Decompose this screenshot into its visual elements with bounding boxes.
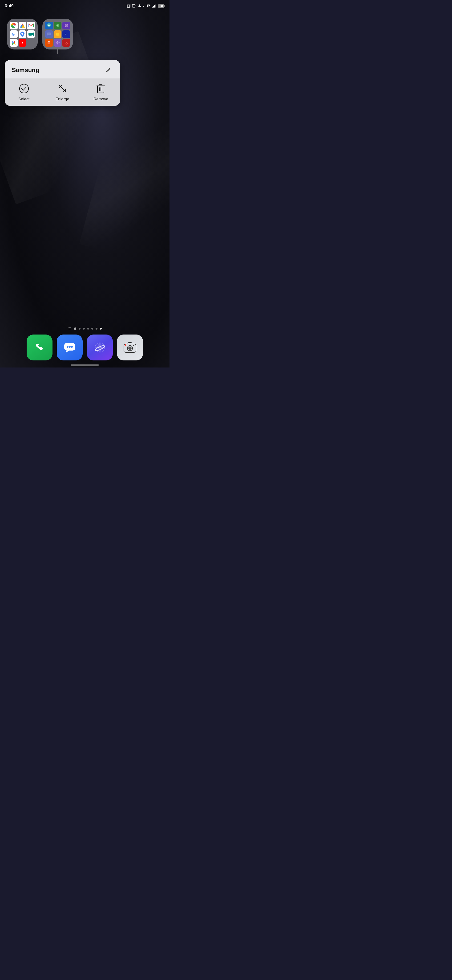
page-dot-1[interactable] [74,328,76,330]
folder-connector [57,49,58,54]
svg-text:G: G [12,32,14,36]
google-icon: G [10,30,17,38]
drive-icon [19,22,26,29]
folders-row: G [0,14,170,59]
svg-marker-16 [21,24,24,25]
screenshot-icon [127,4,131,8]
svg-point-64 [71,346,73,348]
enlarge-icon [57,83,68,94]
empty-slot [27,39,35,47]
maps-icon [19,30,26,38]
svg-rect-7 [154,5,155,8]
samsung-maps-icon [45,22,53,29]
notification-dot: ● [143,5,144,7]
chrome-icon [10,22,17,29]
svg-rect-8 [155,5,155,8]
svg-rect-6 [153,6,154,8]
grid-cell [70,328,71,328]
svg-point-37 [50,33,51,34]
svg-rect-38 [56,33,59,36]
samsung-messages-icon [45,30,53,38]
google-folder[interactable]: G [7,19,38,49]
svg-point-52 [19,84,29,93]
svg-point-63 [69,346,71,348]
dock-camera-button[interactable] [117,334,143,360]
edit-folder-button[interactable] [103,65,113,75]
grid-cell [68,329,68,329]
photos-icon [10,39,17,47]
home-indicator[interactable] [71,364,99,366]
grid-cell [70,329,71,329]
svg-rect-0 [127,4,130,8]
page-dot-4[interactable] [87,328,89,329]
gmail-icon [27,22,35,29]
dock [0,334,170,360]
grid-cell [69,328,70,328]
samsung-folder-wrapper: ✓ [42,19,73,54]
svg-rect-19 [33,24,34,27]
svg-rect-40 [48,42,51,44]
svg-text:✓: ✓ [57,24,59,27]
remove-action[interactable]: Remove [82,83,120,102]
grid-cell [68,328,68,328]
svg-point-73 [125,344,127,346]
remove-label: Remove [94,97,108,102]
dock-phone-button[interactable] [27,334,52,360]
grid-cell [69,329,70,329]
svg-point-22 [21,33,23,35]
svg-rect-1 [128,5,130,7]
svg-rect-2 [132,5,135,7]
compass-icon [62,22,70,29]
meet-icon [27,30,35,38]
svg-point-72 [133,345,134,346]
page-dot-2[interactable] [79,328,81,329]
svg-point-71 [128,347,132,350]
svg-point-62 [67,346,68,348]
svg-text:S: S [65,33,67,36]
battery-level: 38 [158,4,165,8]
home-screen: G [0,14,170,368]
page-dot-3[interactable] [83,328,85,329]
green-app-icon: ✓ [54,22,62,29]
dock-browser-button[interactable] [87,334,113,360]
select-action[interactable]: Select [5,83,43,102]
enlarge-label: Enlarge [56,97,70,102]
wifi-icon [146,4,151,8]
svg-point-27 [48,24,50,26]
svg-marker-3 [135,5,136,6]
svg-point-11 [13,25,14,26]
connect-icon [54,39,62,47]
page-dot-7[interactable] [100,328,102,329]
shop-icon [45,39,53,47]
svg-line-53 [59,85,66,92]
signal-icon [152,4,156,8]
context-menu-actions: Select Enlarge [5,78,120,106]
page-dot-5[interactable] [91,328,93,329]
svg-marker-61 [66,350,69,353]
svg-rect-23 [29,33,32,36]
svg-marker-24 [32,32,34,36]
page-indicator [0,328,170,330]
select-icon [18,83,30,94]
svg-rect-49 [66,42,67,43]
youtube-icon [19,39,26,47]
remove-icon [95,83,107,94]
samsung-folder[interactable]: ✓ [42,19,73,49]
podcast-icon [62,39,70,47]
svg-rect-18 [29,24,29,27]
all-apps-indicator[interactable] [68,328,71,330]
svg-line-51 [109,68,109,69]
samsung-blue-icon: S [62,30,70,38]
enlarge-action[interactable]: Enlarge [43,83,81,102]
svg-rect-5 [152,6,153,8]
context-menu-title: Samsung [12,67,39,74]
select-label: Select [18,97,29,102]
context-menu-header: Samsung [5,60,120,78]
svg-point-35 [48,33,49,34]
status-icons: ● 38 [127,4,165,8]
svg-marker-4 [138,4,141,8]
dock-messages-button[interactable] [57,334,82,360]
status-bar: 6:49 ● [0,0,170,12]
svg-point-36 [49,33,49,34]
page-dot-6[interactable] [95,328,97,329]
